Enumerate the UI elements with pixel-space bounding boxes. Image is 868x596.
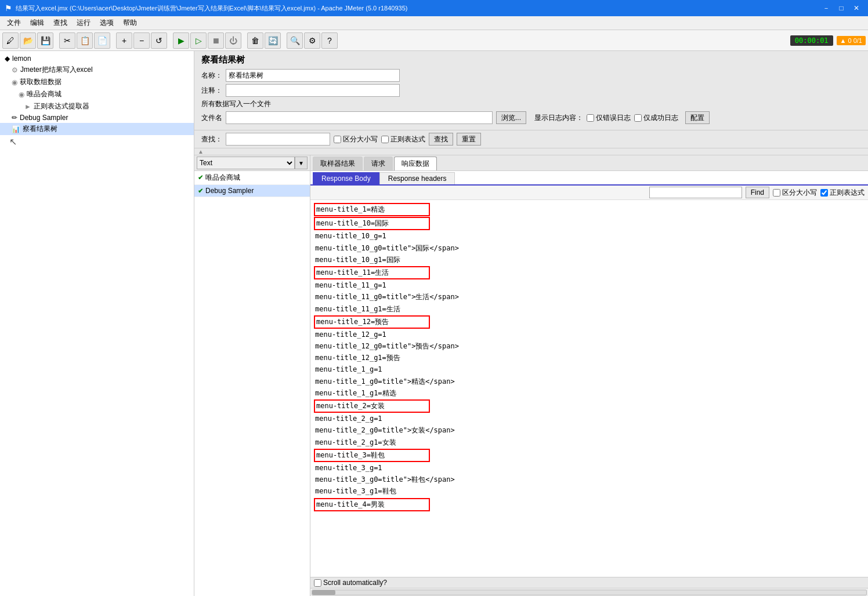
response-line-22: menu-title_3_g0=title">鞋包</span> bbox=[314, 474, 865, 485]
regex-label: 正则表达式 bbox=[390, 135, 425, 144]
response-line-15: menu-title_1_g1=精选 bbox=[314, 388, 865, 399]
case-sensitive-input[interactable] bbox=[334, 136, 341, 143]
titlebar-controls[interactable]: － □ ✕ bbox=[819, 2, 863, 14]
scroll-checkbox-row: Scroll automatically? bbox=[310, 577, 868, 588]
toolbar-copy-button[interactable]: 📋 bbox=[77, 32, 93, 49]
maximize-button[interactable]: □ bbox=[834, 2, 848, 14]
response-content[interactable]: menu-title_1=精选menu-title_10=国际menu-titl… bbox=[310, 200, 868, 577]
response-line-17: menu-title_2_g=1 bbox=[314, 413, 865, 424]
tree-item-debug[interactable]: ✏ Debug Sampler bbox=[0, 112, 194, 123]
tab-sampler-result[interactable]: 取样器结果 bbox=[313, 157, 363, 170]
find-case-input[interactable] bbox=[773, 189, 780, 197]
find-btn[interactable]: Find bbox=[746, 187, 769, 198]
toolbar-open-button[interactable]: 📂 bbox=[20, 32, 36, 49]
response-line-1: menu-title_10=国际 bbox=[314, 217, 865, 230]
case-sensitive-checkbox[interactable]: 区分大小写 bbox=[334, 135, 378, 144]
filename-input[interactable] bbox=[226, 111, 493, 124]
list-entry-debug[interactable]: ✔ Debug Sampler bbox=[194, 185, 310, 197]
tree-item-regex[interactable]: ► 正则表达式提取器 bbox=[0, 100, 194, 112]
toolbar-time: 00:00:01 bbox=[790, 35, 833, 46]
cursor-indicator: ↖ bbox=[0, 135, 194, 148]
toolbar-shutdown-button[interactable]: ⏻ bbox=[225, 32, 241, 49]
content-area: Text HTML JSON XML ▼ ✔ 唯品会商城 ✔ Debug Sam… bbox=[194, 155, 868, 596]
error-only-input[interactable] bbox=[587, 114, 594, 122]
response-line-7: menu-title_11_g0=title">生活</span> bbox=[314, 292, 865, 303]
menu-help[interactable]: 帮助 bbox=[118, 17, 142, 29]
find-regex-checkbox[interactable]: 正则表达式 bbox=[820, 188, 865, 198]
tree-item-result-tree[interactable]: 📊 察看结果树 bbox=[0, 123, 194, 135]
regex-input[interactable] bbox=[381, 136, 389, 143]
response-line-0: menu-title_1=精选 bbox=[314, 203, 865, 216]
tree-icon-sampler: ◉ bbox=[19, 90, 24, 99]
menu-search[interactable]: 查找 bbox=[49, 17, 72, 29]
filename-row: 文件名 浏览... 显示日志内容： 仅错误日志 仅成功日志 配置 bbox=[201, 111, 861, 124]
close-button[interactable]: ✕ bbox=[849, 2, 863, 14]
subtab-response-headers[interactable]: Response headers bbox=[379, 172, 455, 184]
list-entry-vip-mall[interactable]: ✔ 唯品会商城 bbox=[194, 171, 310, 185]
find-case-checkbox[interactable]: 区分大小写 bbox=[773, 188, 817, 198]
success-only-checkbox[interactable]: 仅成功日志 bbox=[634, 113, 678, 123]
toolbar-toggle-button[interactable]: ↺ bbox=[151, 32, 167, 49]
list-icon-vip: ✔ bbox=[198, 174, 203, 181]
list-panel-toggle[interactable]: ▼ bbox=[295, 157, 308, 169]
toolbar-remote-button[interactable]: ⚙ bbox=[304, 32, 320, 49]
case-sensitive-label: 区分大小写 bbox=[343, 135, 378, 144]
minimize-button[interactable]: － bbox=[819, 2, 833, 14]
menu-options[interactable]: 选项 bbox=[95, 17, 118, 29]
menubar: 文件 编辑 查找 运行 选项 帮助 bbox=[0, 16, 868, 30]
config-button[interactable]: 配置 bbox=[685, 111, 710, 124]
hscrollbar[interactable] bbox=[310, 588, 868, 596]
comment-input[interactable] bbox=[226, 84, 400, 97]
find-bar: Find 区分大小写 正则表达式 bbox=[310, 186, 868, 200]
find-regex-input[interactable] bbox=[820, 189, 828, 197]
menu-edit[interactable]: 编辑 bbox=[26, 17, 49, 29]
toolbar-stop-button[interactable]: ⏹ bbox=[208, 32, 224, 49]
toolbar-clearall-button[interactable]: 🔄 bbox=[265, 32, 281, 49]
scroll-auto-input[interactable] bbox=[314, 579, 321, 587]
toolbar-start-no-pause-button[interactable]: ▷ bbox=[190, 32, 207, 49]
name-row: 名称： bbox=[201, 69, 861, 82]
tab-response-data[interactable]: 响应数据 bbox=[394, 157, 437, 170]
tree-icon-plan: ⚙ bbox=[12, 66, 18, 74]
titlebar-icon: ⚑ bbox=[5, 3, 12, 13]
tree-panel: ◆ lemon ⚙ Jmeter把结果写入excel ◉ 获取数组数据 ◉ 唯品… bbox=[0, 51, 194, 596]
response-line-2: menu-title_10_g=1 bbox=[314, 231, 865, 242]
toolbar-clear-button[interactable]: 🗑 bbox=[247, 32, 263, 49]
list-view-select[interactable]: Text HTML JSON XML bbox=[197, 157, 295, 169]
browse-button[interactable]: 浏览... bbox=[496, 111, 526, 124]
toolbar-expand-button[interactable]: + bbox=[116, 32, 132, 49]
tree-item-lemon[interactable]: ◆ lemon bbox=[0, 53, 194, 64]
error-only-checkbox[interactable]: 仅错误日志 bbox=[587, 113, 631, 123]
search-input[interactable] bbox=[226, 133, 330, 146]
tree-item-jmeter-excel[interactable]: ⚙ Jmeter把结果写入excel bbox=[0, 64, 194, 76]
toolbar-search2-button[interactable]: 🔍 bbox=[287, 32, 303, 49]
error-only-label: 仅错误日志 bbox=[596, 113, 631, 123]
toolbar-help-button[interactable]: ? bbox=[321, 32, 338, 49]
tab-request[interactable]: 请求 bbox=[364, 157, 393, 170]
success-only-input[interactable] bbox=[634, 114, 642, 122]
regex-checkbox[interactable]: 正则表达式 bbox=[381, 135, 425, 144]
menu-file[interactable]: 文件 bbox=[2, 17, 26, 29]
subtab-response-body[interactable]: Response Body bbox=[313, 172, 379, 184]
scroll-auto-checkbox[interactable]: Scroll automatically? bbox=[314, 579, 387, 587]
toolbar-paste-button[interactable]: 📄 bbox=[94, 32, 110, 49]
find-button[interactable]: 查找 bbox=[429, 133, 453, 146]
reset-button[interactable]: 重置 bbox=[457, 133, 481, 146]
toolbar-new-button[interactable]: 🖊 bbox=[2, 32, 19, 49]
tree-item-get-data[interactable]: ◉ 获取数组数据 bbox=[0, 76, 194, 88]
find-input[interactable] bbox=[649, 187, 742, 198]
name-input[interactable] bbox=[226, 69, 400, 82]
viewer-title: 察看结果树 bbox=[201, 54, 861, 66]
tree-icon-regex: ► bbox=[24, 103, 31, 111]
response-line-13: menu-title_1_g=1 bbox=[314, 364, 865, 375]
tree-label-result-tree: 察看结果树 bbox=[23, 124, 57, 134]
menu-run[interactable]: 运行 bbox=[72, 17, 95, 29]
tree-item-vip-mall[interactable]: ◉ 唯品会商城 bbox=[0, 88, 194, 100]
toolbar-cut-button[interactable]: ✂ bbox=[59, 32, 75, 49]
toolbar-save-button[interactable]: 💾 bbox=[37, 32, 53, 49]
response-line-23: menu-title_3_g1=鞋包 bbox=[314, 486, 865, 497]
toolbar-collapse-button[interactable]: − bbox=[133, 32, 150, 49]
toolbar-start-button[interactable]: ▶ bbox=[173, 32, 189, 49]
tree-icon-group: ◉ bbox=[12, 78, 17, 86]
response-line-16: menu-title_2=女装 bbox=[314, 399, 865, 413]
